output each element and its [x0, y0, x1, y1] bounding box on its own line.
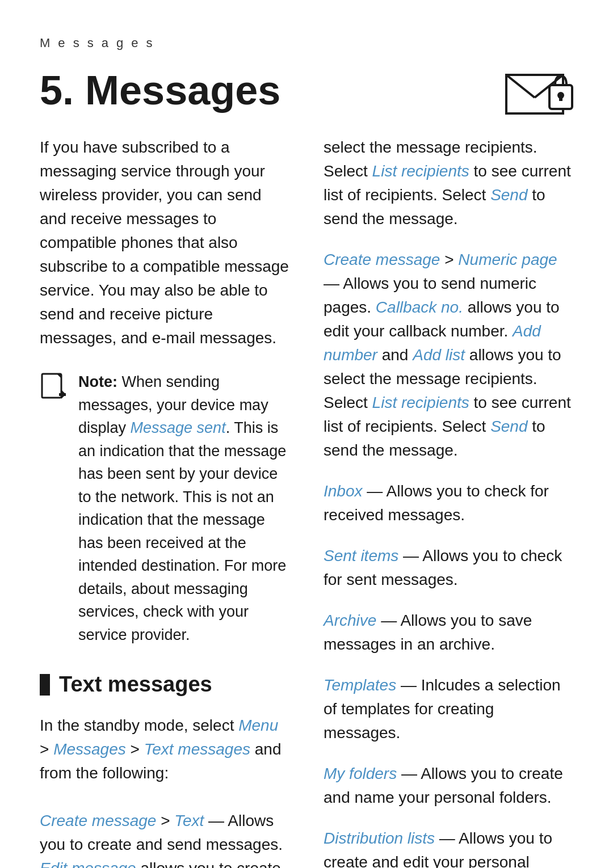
- send-link-1: Send: [490, 186, 527, 204]
- note-label: Note:: [78, 373, 117, 390]
- chapter-title: 5. Messages: [40, 68, 573, 113]
- note-content: Note: When sending messages, your device…: [78, 370, 289, 646]
- breadcrumb: M e s s a g e s: [40, 34, 573, 52]
- svg-rect-5: [559, 95, 562, 101]
- svg-rect-8: [59, 393, 66, 396]
- right-para-1: select the message recipients. Select Li…: [324, 136, 573, 231]
- edit-message-link: Edit message: [40, 859, 136, 868]
- intro-paragraph: If you have subscribed to a messaging se…: [40, 136, 289, 350]
- messages-link: Messages: [53, 740, 126, 758]
- send-link-2: Send: [490, 418, 527, 435]
- my-folders-link: My folders: [324, 765, 397, 782]
- envelope-icon: [505, 74, 573, 119]
- archive-link: Archive: [324, 612, 376, 629]
- note-box: Note: When sending messages, your device…: [40, 370, 289, 646]
- right-column: select the message recipients. Select Li…: [324, 136, 573, 868]
- page: M e s s a g e s 5. Messages If you have …: [0, 0, 613, 868]
- add-list-link-2: Add list: [413, 346, 465, 364]
- svg-rect-6: [42, 374, 61, 398]
- create-message-text-para: Create message > Text — Allows you to cr…: [40, 809, 289, 868]
- create-message-link: Create message: [40, 812, 156, 829]
- numeric-page-link: Numeric page: [458, 251, 557, 268]
- right-para-6: Templates — Inlcudes a selection of temp…: [324, 673, 573, 745]
- right-para-8: Distribution lists — Allows you to creat…: [324, 827, 573, 868]
- left-column: If you have subscribed to a messaging se…: [40, 136, 289, 868]
- list-recipients-link-1: List recipients: [372, 162, 469, 180]
- sent-items-link: Sent items: [324, 547, 398, 564]
- templates-link: Templates: [324, 676, 396, 694]
- note-body: When sending messages, your device may d…: [78, 373, 286, 643]
- inbox-link: Inbox: [324, 482, 363, 500]
- section-intro-para: In the standby mode, select Menu > Messa…: [40, 714, 289, 785]
- distribution-lists-link: Distribution lists: [324, 829, 435, 847]
- heading-bar: [40, 674, 50, 696]
- right-para-3: Inbox — Allows you to check for received…: [324, 479, 573, 527]
- section-title-label: Text messages: [59, 669, 212, 700]
- right-para-4: Sent items — Allows you to check for sen…: [324, 544, 573, 592]
- section-body: In the standby mode, select Menu > Messa…: [40, 714, 289, 868]
- menu-link: Menu: [238, 717, 278, 734]
- text-messages-heading: Text messages: [40, 669, 289, 700]
- content-wrapper: If you have subscribed to a messaging se…: [40, 136, 573, 868]
- message-sent-link: Message sent: [131, 419, 226, 436]
- create-message-link-2: Create message: [324, 251, 440, 268]
- text-link: Text: [174, 812, 204, 829]
- note-icon: [40, 373, 68, 646]
- list-recipients-link-2: List recipients: [372, 394, 469, 411]
- right-para-7: My folders — Allows you to create and na…: [324, 762, 573, 810]
- text-messages-link: Text messages: [144, 740, 250, 758]
- right-para-2: Create message > Numeric page — Allows y…: [324, 248, 573, 462]
- right-para-5: Archive — Allows you to save messages in…: [324, 609, 573, 656]
- callback-link: Callback no.: [376, 298, 463, 316]
